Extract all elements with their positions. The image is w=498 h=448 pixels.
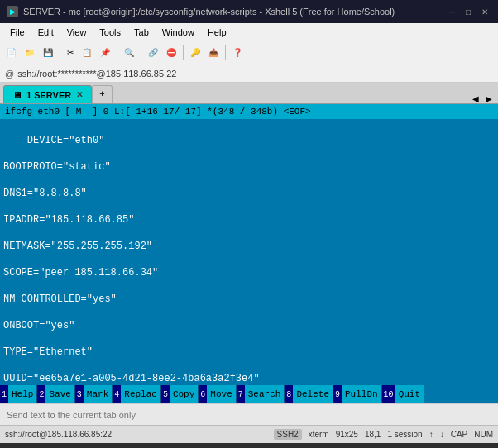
status-connection: ssh://root@185.118.66.85:22 (5, 430, 112, 439)
func-delete[interactable]: 8 Delete (285, 385, 333, 403)
func-label-save: Save (45, 385, 74, 403)
toolbar-open[interactable]: 📁 (22, 46, 38, 59)
terminal-line-3: DNS1="8.8.8.8" (3, 188, 87, 199)
tab-close-icon[interactable]: ✕ (76, 90, 83, 99)
function-bar: 1 Help 2 Save 3 Mark 4 Replac 5 Copy 6 M… (0, 385, 498, 403)
toolbar-cut[interactable]: ✂ (64, 46, 77, 59)
func-num-8: 8 (285, 385, 293, 403)
title-bar: ▶ SERVER - mc [root@origin]:/etc/sysconf… (0, 0, 498, 23)
tab-server-label: 1 SERVER (26, 90, 71, 100)
tab-server-icon: 🖥 (12, 90, 22, 100)
func-quit[interactable]: 10 Quit (382, 385, 424, 403)
func-label-move: Move (207, 385, 235, 403)
menu-tools[interactable]: Tools (93, 26, 127, 39)
func-label-quit: Quit (395, 385, 424, 403)
status-bar: ssh://root@185.118.66.85:22 SSH2 xterm 9… (0, 425, 498, 443)
func-replace[interactable]: 4 Replac (113, 385, 161, 403)
toolbar-new[interactable]: 📄 (3, 46, 20, 59)
func-label-copy: Copy (170, 385, 198, 403)
toolbar-help[interactable]: ❓ (229, 46, 246, 59)
toolbar-sep1 (60, 45, 60, 60)
tab-prev-button[interactable]: ◀ (470, 94, 481, 103)
tab-navigation: ◀ ▶ (470, 94, 495, 103)
terminal-line-9: TYPE="Ethernet" (3, 346, 93, 358)
toolbar-save[interactable]: 💾 (40, 46, 56, 59)
terminal-line-7: NM_CONTROLLED="yes" (3, 293, 117, 305)
status-cap: CAP (451, 430, 468, 439)
func-num-3: 3 (75, 385, 84, 403)
status-session: 1 session (387, 430, 422, 439)
func-search[interactable]: 7 Search (237, 385, 285, 403)
terminal-status-text: ifcfg-eth0 [-M--] 0 L:[ 1+16 17/ 17] *(3… (5, 107, 311, 117)
func-label-delete: Delete (293, 385, 333, 403)
status-rows: 18,1 (365, 430, 381, 439)
menu-help[interactable]: Help (201, 26, 233, 39)
menu-window[interactable]: Window (156, 26, 201, 39)
maximize-button[interactable]: □ (462, 5, 475, 18)
menu-file[interactable]: File (3, 26, 31, 39)
address-icon: @ (5, 69, 14, 79)
status-left: ssh://root@185.118.66.85:22 (5, 430, 112, 439)
menu-bar: File Edit View Tools Tab Window Help (0, 23, 498, 41)
status-upload-icon: ↑ (429, 430, 433, 439)
func-num-10: 10 (382, 385, 395, 403)
status-xterm: xterm (309, 430, 329, 439)
toolbar-sep5 (225, 45, 226, 60)
toolbar: 📄 📁 💾 ✂ 📋 📌 🔍 🔗 ⛔ 🔑 📤 ❓ (0, 41, 498, 64)
terminal-line-6: SCOPE="peer 185.118.66.34" (3, 267, 158, 279)
toolbar-search[interactable]: 🔍 (121, 46, 137, 59)
app-icon: ▶ (7, 6, 18, 17)
func-label-help: Help (8, 385, 36, 403)
terminal-content[interactable]: DEVICE="eth0" BOOTPROTO="static" DNS1="8… (0, 119, 498, 385)
func-num-9: 9 (333, 385, 342, 403)
func-label-pulldn: PullDn (342, 385, 381, 403)
address-text: ssh://root:***********@185.118.66.85:22 (17, 69, 176, 79)
toolbar-sep2 (117, 45, 117, 60)
terminal-line-5: NETMASK="255.255.255.192" (3, 241, 152, 252)
tab-server[interactable]: 🖥 1 SERVER ✕ (3, 85, 92, 103)
menu-tab[interactable]: Tab (127, 26, 156, 39)
tab-next-button[interactable]: ▶ (483, 94, 495, 103)
toolbar-sep3 (141, 45, 141, 60)
address-bar: @ ssh://root:***********@185.118.66.85:2… (0, 64, 498, 83)
func-num-6: 6 (199, 385, 207, 403)
toolbar-copy[interactable]: 📋 (79, 46, 95, 59)
close-button[interactable]: ✕ (478, 5, 491, 18)
toolbar-connect[interactable]: 🔗 (145, 46, 161, 59)
status-ssh2: SSH2 (274, 429, 302, 440)
tabs-bar: 🖥 1 SERVER ✕ + ◀ ▶ (0, 83, 498, 104)
func-num-1: 1 (0, 385, 8, 403)
toolbar-transfer[interactable]: 📤 (205, 46, 222, 59)
title-left: ▶ SERVER - mc [root@origin]:/etc/sysconf… (7, 6, 395, 17)
status-download-icon: ↓ (440, 430, 444, 439)
func-move[interactable]: 6 Move (199, 385, 236, 403)
window-controls: ─ □ ✕ (445, 5, 491, 18)
func-help[interactable]: 1 Help (0, 385, 37, 403)
terminal-line-8: ONBOOT="yes" (3, 320, 74, 331)
send-bar (0, 403, 498, 425)
toolbar-sep4 (183, 45, 184, 60)
func-num-4: 4 (113, 385, 121, 403)
func-mark[interactable]: 3 Mark (75, 385, 113, 403)
status-right: SSH2 xterm 91x25 18,1 1 session ↑ ↓ CAP … (274, 429, 493, 440)
func-num-2: 2 (37, 385, 45, 403)
menu-view[interactable]: View (60, 26, 93, 39)
minimize-button[interactable]: ─ (445, 5, 458, 18)
tab-add-button[interactable]: + (92, 85, 112, 103)
window-title: SERVER - mc [root@origin]:/etc/sysconfig… (23, 7, 395, 17)
func-num-7: 7 (237, 385, 245, 403)
send-input[interactable] (7, 410, 491, 420)
status-cols: 91x25 (336, 430, 358, 439)
menu-edit[interactable]: Edit (31, 26, 60, 39)
toolbar-key[interactable]: 🔑 (187, 46, 204, 59)
terminal-line-4: IPADDR="185.118.66.85" (3, 214, 134, 226)
status-num: NUM (474, 430, 493, 439)
toolbar-paste[interactable]: 📌 (97, 46, 113, 59)
func-save[interactable]: 2 Save (37, 385, 74, 403)
terminal-line-1: DEVICE="eth0" (27, 135, 105, 146)
func-copy[interactable]: 5 Copy (161, 385, 199, 403)
terminal[interactable]: ifcfg-eth0 [-M--] 0 L:[ 1+16 17/ 17] *(3… (0, 104, 498, 385)
func-pulldn[interactable]: 9 PullDn (333, 385, 382, 403)
func-label-search: Search (245, 385, 285, 403)
toolbar-disconnect[interactable]: ⛔ (163, 46, 180, 59)
